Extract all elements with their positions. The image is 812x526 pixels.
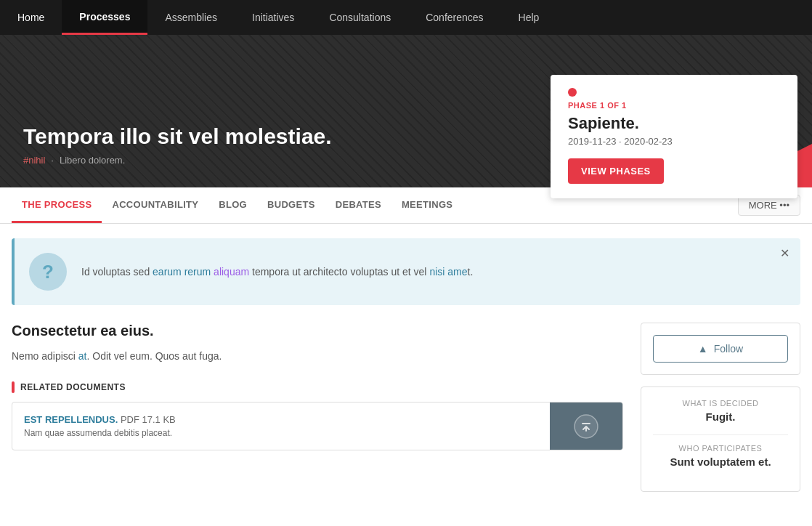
banner-text-aliquam: aliquam [214, 266, 249, 278]
sidebar-info-box: WHAT IS DECIDED Fugit. WHO PARTICIPATES … [641, 387, 800, 492]
doc-card-content: EST REPELLENDUS. PDF 17.1 KB Nam quae as… [12, 402, 550, 450]
follow-label: Follow [714, 343, 743, 355]
banner-text-mid2: tempora ut architecto voluptas ut et vel [249, 266, 429, 278]
sidebar-follow-box: ▲ Follow [641, 323, 800, 375]
info-banner: ? Id voluptas sed earum rerum aliquam te… [12, 238, 800, 305]
info-banner-text: Id voluptas sed earum rerum aliquam temp… [81, 264, 473, 280]
nav-home[interactable]: Home [0, 0, 62, 35]
question-icon: ? [42, 261, 54, 283]
sidebar-divider [653, 434, 788, 435]
doc-title-name[interactable]: EST REPELLENDUS. [24, 414, 118, 425]
content-layout: Consectetur ea eius. Nemo adipisci at. O… [12, 323, 800, 521]
main-nav: Home Processes Assemblies Initiatives Co… [0, 0, 812, 35]
main-wrapper: ? Id voluptas sed earum rerum aliquam te… [0, 224, 812, 521]
nav-conferences[interactable]: Conferences [408, 0, 500, 35]
info-icon-circle: ? [29, 253, 67, 291]
main-heading: Consectetur ea eius. [12, 323, 623, 339]
who-participates-label: WHO PARTICIPATES [653, 444, 788, 453]
content-main: Consectetur ea eius. Nemo adipisci at. O… [12, 323, 623, 492]
hero-title: Tempora illo sit vel molestiae. [23, 124, 332, 149]
phase-label: PHASE 1 OF 1 [568, 101, 780, 110]
doc-title: EST REPELLENDUS. PDF 17.1 KB [24, 414, 538, 425]
follow-button[interactable]: ▲ Follow [653, 335, 788, 363]
sidebar-who-participates-row: WHO PARTICIPATES Sunt voluptatem et. [653, 444, 788, 468]
doc-card: EST REPELLENDUS. PDF 17.1 KB Nam quae as… [12, 402, 623, 450]
tab-budgets[interactable]: BUDGETS [257, 187, 325, 223]
hero-hashtag[interactable]: #nihil [23, 155, 45, 166]
tab-accountability[interactable]: ACCOUNTABILITY [102, 187, 208, 223]
follow-arrow-icon: ▲ [698, 343, 708, 355]
content-sidebar: ▲ Follow WHAT IS DECIDED Fugit. WHO PART… [641, 323, 800, 492]
hero-text: Tempora illo sit vel molestiae. #nihil ·… [23, 124, 332, 166]
body-text-1: Nemo adipisci [12, 350, 78, 362]
main-body-text: Nemo adipisci at. Odit vel eum. Quos aut… [12, 348, 623, 364]
tab-meetings[interactable]: MEETINGS [391, 187, 463, 223]
tab-the-process[interactable]: THE PROCESS [12, 187, 102, 223]
hero-meta: #nihil · Libero dolorem. [23, 155, 332, 166]
body-link-at[interactable]: at [78, 350, 87, 362]
nav-assemblies[interactable]: Assemblies [147, 0, 235, 35]
banner-text-after: t. [468, 266, 474, 278]
nav-processes[interactable]: Processes [62, 0, 147, 35]
phase-dates: 2019-11-23 · 2020-02-23 [568, 136, 780, 147]
banner-text-amet: ame [447, 266, 467, 278]
doc-desc: Nam quae assumenda debitis placeat. [24, 428, 538, 438]
related-docs-label: RELATED DOCUMENTS [12, 381, 623, 393]
hero-section: Tempora illo sit vel molestiae. #nihil ·… [0, 35, 812, 187]
banner-close-button[interactable]: ✕ [776, 244, 793, 262]
what-is-decided-value: Fugit. [653, 410, 788, 423]
nav-initiatives[interactable]: Initiatives [235, 0, 312, 35]
sidebar-what-is-decided-row: WHAT IS DECIDED Fugit. [653, 399, 788, 423]
what-is-decided-label: WHAT IS DECIDED [653, 399, 788, 408]
who-participates-value: Sunt voluptatem et. [653, 456, 788, 468]
phase-card: PHASE 1 OF 1 Sapiente. 2019-11-23 · 2020… [551, 75, 797, 198]
doc-type: PDF 17.1 KB [118, 414, 175, 425]
tab-blog[interactable]: BLOG [208, 187, 257, 223]
phase-dot [568, 88, 577, 97]
banner-text-nisi: nisi [429, 266, 444, 278]
hero-subtitle: Libero dolorem. [60, 155, 125, 166]
upload-icon [573, 413, 599, 440]
phase-title: Sapiente. [568, 114, 780, 133]
banner-text-before: Id voluptas sed [81, 266, 153, 278]
nav-consultations[interactable]: Consultations [312, 0, 408, 35]
body-text-2: . Odit vel eum. Quos aut fuga. [87, 350, 222, 362]
view-phases-button[interactable]: VIEW PHASES [568, 158, 664, 184]
doc-card-thumbnail [550, 402, 622, 450]
nav-help[interactable]: Help [501, 0, 557, 35]
banner-text-earum: earum rerum [153, 266, 211, 278]
tab-debates[interactable]: DEBATES [325, 187, 391, 223]
